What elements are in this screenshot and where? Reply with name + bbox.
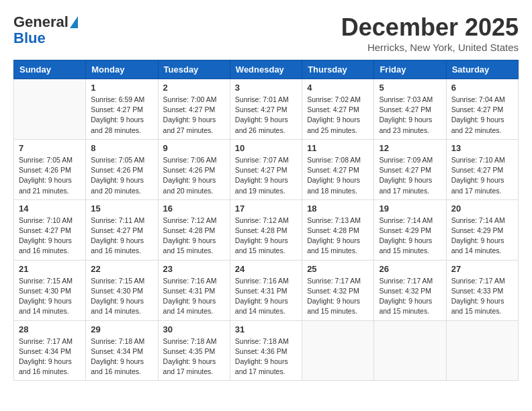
- day-number: 22: [91, 264, 152, 274]
- day-info: Sunrise: 7:11 AM Sunset: 4:27 PM Dayligh…: [91, 216, 152, 257]
- calendar-cell: 3Sunrise: 7:01 AM Sunset: 4:27 PM Daylig…: [230, 79, 302, 140]
- day-number: 21: [19, 264, 81, 274]
- weekday-header-sunday: Sunday: [14, 60, 86, 79]
- calendar-cell: 29Sunrise: 7:18 AM Sunset: 4:34 PM Dayli…: [86, 320, 158, 381]
- day-info: Sunrise: 7:17 AM Sunset: 4:32 PM Dayligh…: [379, 276, 441, 317]
- calendar-cell: 22Sunrise: 7:15 AM Sunset: 4:30 PM Dayli…: [86, 260, 158, 320]
- day-info: Sunrise: 7:15 AM Sunset: 4:30 PM Dayligh…: [91, 276, 152, 317]
- calendar-cell: 26Sunrise: 7:17 AM Sunset: 4:32 PM Dayli…: [374, 260, 446, 320]
- weekday-header-monday: Monday: [86, 60, 158, 79]
- calendar-cell: 16Sunrise: 7:12 AM Sunset: 4:28 PM Dayli…: [158, 199, 230, 260]
- day-number: 14: [19, 203, 81, 214]
- logo-blue: Blue: [13, 31, 46, 46]
- calendar-cell: 30Sunrise: 7:18 AM Sunset: 4:35 PM Dayli…: [158, 320, 230, 381]
- day-number: 6: [451, 83, 513, 93]
- day-number: 18: [307, 203, 369, 214]
- weekday-header-row: SundayMondayTuesdayWednesdayThursdayFrid…: [14, 60, 519, 79]
- day-info: Sunrise: 7:12 AM Sunset: 4:28 PM Dayligh…: [163, 216, 225, 257]
- calendar-cell: 8Sunrise: 7:05 AM Sunset: 4:26 PM Daylig…: [86, 139, 158, 199]
- day-info: Sunrise: 7:18 AM Sunset: 4:36 PM Dayligh…: [235, 336, 297, 377]
- week-row-1: 1Sunrise: 6:59 AM Sunset: 4:27 PM Daylig…: [14, 79, 519, 140]
- calendar-cell: [374, 320, 446, 381]
- day-number: 31: [235, 324, 297, 334]
- calendar-cell: 25Sunrise: 7:17 AM Sunset: 4:32 PM Dayli…: [302, 260, 374, 320]
- day-info: Sunrise: 7:18 AM Sunset: 4:35 PM Dayligh…: [163, 336, 225, 377]
- logo-triangle-icon: [70, 16, 78, 28]
- calendar-cell: 31Sunrise: 7:18 AM Sunset: 4:36 PM Dayli…: [230, 320, 302, 381]
- day-info: Sunrise: 7:05 AM Sunset: 4:26 PM Dayligh…: [19, 155, 81, 196]
- day-number: 9: [163, 143, 225, 153]
- calendar-body: 1Sunrise: 6:59 AM Sunset: 4:27 PM Daylig…: [14, 79, 519, 381]
- day-info: Sunrise: 7:06 AM Sunset: 4:26 PM Dayligh…: [163, 155, 225, 196]
- calendar-cell: 2Sunrise: 7:00 AM Sunset: 4:27 PM Daylig…: [158, 79, 230, 140]
- day-number: 7: [19, 143, 81, 153]
- day-number: 25: [307, 264, 369, 274]
- day-number: 4: [307, 83, 369, 93]
- day-number: 27: [451, 264, 513, 274]
- day-info: Sunrise: 7:17 AM Sunset: 4:32 PM Dayligh…: [307, 276, 369, 317]
- calendar-cell: 27Sunrise: 7:17 AM Sunset: 4:33 PM Dayli…: [446, 260, 518, 320]
- calendar-table: SundayMondayTuesdayWednesdayThursdayFrid…: [13, 60, 519, 381]
- week-row-2: 7Sunrise: 7:05 AM Sunset: 4:26 PM Daylig…: [14, 139, 519, 199]
- weekday-header-tuesday: Tuesday: [158, 60, 230, 79]
- week-row-5: 28Sunrise: 7:17 AM Sunset: 4:34 PM Dayli…: [14, 320, 519, 381]
- day-number: 1: [91, 83, 152, 93]
- day-number: 29: [91, 324, 152, 334]
- day-number: 17: [235, 203, 297, 214]
- day-info: Sunrise: 7:03 AM Sunset: 4:27 PM Dayligh…: [379, 95, 441, 136]
- page-header: General Blue December 2025 Herricks, New…: [13, 13, 519, 53]
- day-info: Sunrise: 7:15 AM Sunset: 4:30 PM Dayligh…: [19, 276, 81, 317]
- calendar-cell: 28Sunrise: 7:17 AM Sunset: 4:34 PM Dayli…: [14, 320, 86, 381]
- calendar-header: SundayMondayTuesdayWednesdayThursdayFrid…: [14, 60, 519, 79]
- day-number: 16: [163, 203, 225, 214]
- day-number: 28: [19, 324, 81, 334]
- day-info: Sunrise: 7:05 AM Sunset: 4:26 PM Dayligh…: [91, 155, 152, 196]
- day-info: Sunrise: 7:09 AM Sunset: 4:27 PM Dayligh…: [379, 155, 441, 196]
- calendar-cell: 23Sunrise: 7:16 AM Sunset: 4:31 PM Dayli…: [158, 260, 230, 320]
- calendar-cell: 17Sunrise: 7:12 AM Sunset: 4:28 PM Dayli…: [230, 199, 302, 260]
- day-info: Sunrise: 7:13 AM Sunset: 4:28 PM Dayligh…: [307, 216, 369, 257]
- day-number: 20: [451, 203, 513, 214]
- day-number: 10: [235, 143, 297, 153]
- day-info: Sunrise: 7:02 AM Sunset: 4:27 PM Dayligh…: [307, 95, 369, 136]
- day-number: 15: [91, 203, 152, 214]
- calendar-cell: 24Sunrise: 7:16 AM Sunset: 4:31 PM Dayli…: [230, 260, 302, 320]
- day-info: Sunrise: 6:59 AM Sunset: 4:27 PM Dayligh…: [91, 95, 152, 136]
- day-info: Sunrise: 7:04 AM Sunset: 4:27 PM Dayligh…: [451, 95, 513, 136]
- day-info: Sunrise: 7:16 AM Sunset: 4:31 PM Dayligh…: [163, 276, 225, 317]
- calendar-cell: 21Sunrise: 7:15 AM Sunset: 4:30 PM Dayli…: [14, 260, 86, 320]
- calendar-cell: 6Sunrise: 7:04 AM Sunset: 4:27 PM Daylig…: [446, 79, 518, 140]
- day-info: Sunrise: 7:14 AM Sunset: 4:29 PM Dayligh…: [379, 216, 441, 257]
- weekday-header-thursday: Thursday: [302, 60, 374, 79]
- day-info: Sunrise: 7:12 AM Sunset: 4:28 PM Dayligh…: [235, 216, 297, 257]
- day-number: 30: [163, 324, 225, 334]
- calendar-cell: 19Sunrise: 7:14 AM Sunset: 4:29 PM Dayli…: [374, 199, 446, 260]
- week-row-3: 14Sunrise: 7:10 AM Sunset: 4:27 PM Dayli…: [14, 199, 519, 260]
- weekday-header-friday: Friday: [374, 60, 446, 79]
- day-info: Sunrise: 7:17 AM Sunset: 4:34 PM Dayligh…: [19, 336, 81, 377]
- day-info: Sunrise: 7:01 AM Sunset: 4:27 PM Dayligh…: [235, 95, 297, 136]
- day-info: Sunrise: 7:10 AM Sunset: 4:27 PM Dayligh…: [451, 155, 513, 196]
- calendar-cell: 4Sunrise: 7:02 AM Sunset: 4:27 PM Daylig…: [302, 79, 374, 140]
- day-number: 5: [379, 83, 441, 93]
- day-info: Sunrise: 7:10 AM Sunset: 4:27 PM Dayligh…: [19, 216, 81, 257]
- calendar-cell: 13Sunrise: 7:10 AM Sunset: 4:27 PM Dayli…: [446, 139, 518, 199]
- location-subtitle: Herricks, New York, United States: [341, 42, 519, 53]
- logo-general: General: [13, 13, 69, 31]
- calendar-cell: 7Sunrise: 7:05 AM Sunset: 4:26 PM Daylig…: [14, 139, 86, 199]
- calendar-cell: [446, 320, 518, 381]
- day-info: Sunrise: 7:14 AM Sunset: 4:29 PM Dayligh…: [451, 216, 513, 257]
- calendar-cell: 14Sunrise: 7:10 AM Sunset: 4:27 PM Dayli…: [14, 199, 86, 260]
- weekday-header-wednesday: Wednesday: [230, 60, 302, 79]
- day-number: 12: [379, 143, 441, 153]
- day-number: 13: [451, 143, 513, 153]
- calendar-cell: 11Sunrise: 7:08 AM Sunset: 4:27 PM Dayli…: [302, 139, 374, 199]
- day-info: Sunrise: 7:16 AM Sunset: 4:31 PM Dayligh…: [235, 276, 297, 317]
- logo: General Blue: [13, 13, 78, 46]
- day-number: 23: [163, 264, 225, 274]
- day-number: 2: [163, 83, 225, 93]
- weekday-header-saturday: Saturday: [446, 60, 518, 79]
- day-info: Sunrise: 7:08 AM Sunset: 4:27 PM Dayligh…: [307, 155, 369, 196]
- calendar-cell: 18Sunrise: 7:13 AM Sunset: 4:28 PM Dayli…: [302, 199, 374, 260]
- day-number: 8: [91, 143, 152, 153]
